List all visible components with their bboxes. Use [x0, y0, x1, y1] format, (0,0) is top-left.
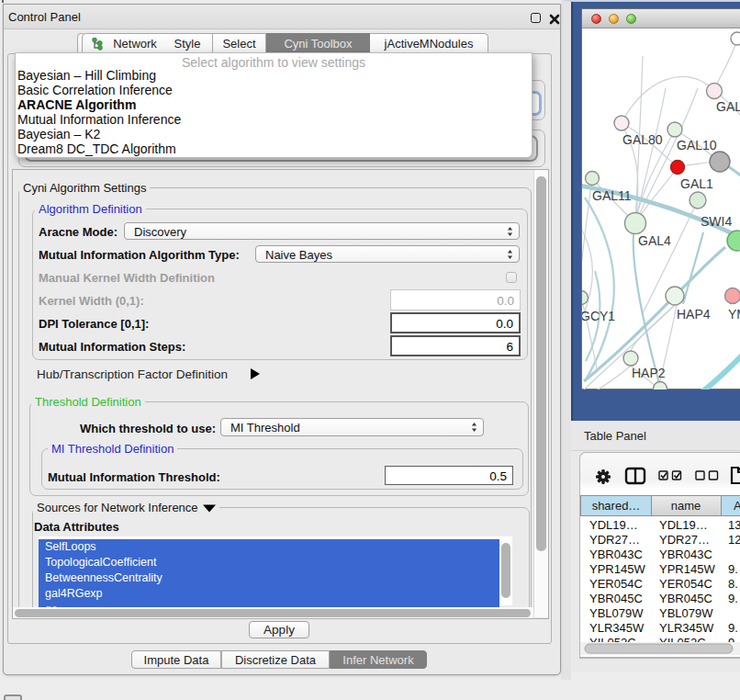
svg-text:GAL4: GAL4 [638, 233, 671, 248]
svg-text:YBR045C: YBR045C [659, 592, 712, 605]
svg-text:YDL19…: YDL19… [659, 518, 708, 532]
svg-text:YBL079W: YBL079W [659, 606, 713, 620]
svg-text:HAP4: HAP4 [677, 307, 711, 322]
svg-text:YDR27…: YDR27… [659, 533, 710, 547]
svg-text:YDR27…: YDR27… [589, 533, 640, 547]
svg-text:9.: 9. [728, 592, 738, 605]
svg-text:YBR043C: YBR043C [589, 548, 643, 561]
svg-text:GAL1: GAL1 [680, 176, 713, 191]
svg-text:13: 13 [728, 518, 740, 532]
svg-text:9.: 9. [728, 621, 738, 635]
svg-text:SWI4: SWI4 [701, 214, 732, 229]
svg-text:YM: YM [728, 307, 740, 322]
svg-text:YER054C: YER054C [589, 577, 643, 591]
svg-text:GAL10: GAL10 [677, 138, 717, 152]
svg-text:YBL079W: YBL079W [589, 606, 644, 620]
svg-text:Av: Av [734, 499, 740, 513]
svg-text:HAP2: HAP2 [632, 366, 666, 380]
svg-text:YPR145W: YPR145W [659, 562, 715, 576]
svg-text:YLR345W: YLR345W [659, 621, 714, 635]
svg-text:12: 12 [728, 533, 740, 547]
svg-text:9.: 9. [728, 562, 738, 576]
svg-text:YDL19…: YDL19… [589, 518, 638, 532]
svg-text:YBR043C: YBR043C [659, 548, 712, 561]
svg-text:GAL7: GAL7 [716, 99, 740, 114]
svg-text:8.: 8. [728, 577, 738, 591]
svg-text:GAL80: GAL80 [622, 132, 663, 147]
svg-text:shared…: shared… [592, 499, 641, 513]
svg-text:name: name [671, 499, 701, 513]
svg-text:GAL11: GAL11 [592, 188, 632, 203]
svg-text:YER054C: YER054C [659, 577, 712, 591]
svg-text:YBR045C: YBR045C [589, 592, 643, 605]
svg-text:GCY1: GCY1 [582, 309, 615, 323]
svg-text:YLR345W: YLR345W [589, 621, 645, 635]
svg-text:YPR145W: YPR145W [589, 562, 645, 576]
